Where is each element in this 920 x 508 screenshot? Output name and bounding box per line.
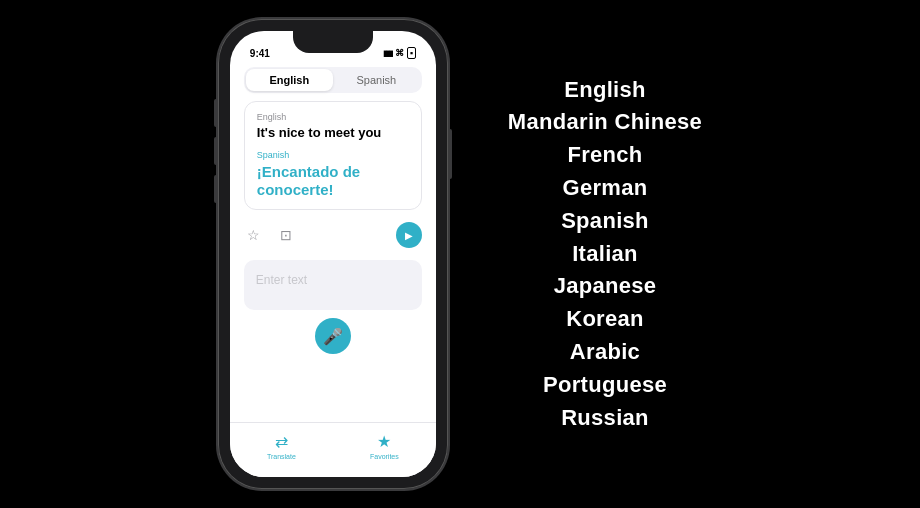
language-list-item: Portuguese <box>543 370 667 401</box>
language-list-item: German <box>563 173 648 204</box>
favorites-icon: ★ <box>377 432 391 451</box>
notch <box>293 31 373 53</box>
mic-container: 🎤 <box>230 318 436 354</box>
tab-favorites-label: Favorites <box>370 453 399 460</box>
target-translation-text: ¡Encantado de conocerte! <box>257 163 409 199</box>
source-translation-text: It's nice to meet you <box>257 125 409 140</box>
language-list-item: English <box>564 75 646 106</box>
power-button <box>449 129 452 179</box>
action-row: ☆ ⊡ ▶ <box>230 214 436 256</box>
language-list-item: Italian <box>572 239 638 270</box>
input-placeholder: Enter text <box>256 273 307 287</box>
favorite-button[interactable]: ☆ <box>244 225 264 245</box>
text-input-area[interactable]: Enter text <box>244 260 422 310</box>
battery-icon: ▪ <box>407 47 416 59</box>
tab-bar: ⇄ Translate ★ Favorites <box>230 422 436 477</box>
source-language-label: English <box>257 112 409 122</box>
source-language-button[interactable]: English <box>246 69 333 91</box>
mute-button <box>214 175 217 203</box>
scene: 9:41 ▮▮▮ ⌘ ▪ English Spanish English It'… <box>0 0 920 508</box>
tab-favorites[interactable]: ★ Favorites <box>370 432 399 460</box>
target-language-label: Spanish <box>257 150 409 160</box>
status-icons: ▮▮▮ ⌘ ▪ <box>383 47 416 59</box>
copy-button[interactable]: ⊡ <box>276 225 296 245</box>
language-list-item: Japanese <box>554 271 657 302</box>
language-list-item: Arabic <box>570 337 640 368</box>
translation-area: English It's nice to meet you Spanish ¡E… <box>244 101 422 210</box>
language-list-item: French <box>567 140 642 171</box>
status-time: 9:41 <box>250 48 270 59</box>
language-list-item: Spanish <box>561 206 649 237</box>
action-left-buttons: ☆ ⊡ <box>244 225 296 245</box>
translate-icon: ⇄ <box>275 432 288 451</box>
microphone-button[interactable]: 🎤 <box>315 318 351 354</box>
signal-icon: ▮▮▮ <box>383 49 392 58</box>
phone-mockup: 9:41 ▮▮▮ ⌘ ▪ English Spanish English It'… <box>218 19 448 489</box>
language-list: EnglishMandarin ChineseFrenchGermanSpani… <box>508 75 702 434</box>
phone-screen: 9:41 ▮▮▮ ⌘ ▪ English Spanish English It'… <box>230 31 436 477</box>
language-list-item: Russian <box>561 403 649 434</box>
language-selector: English Spanish <box>244 67 422 93</box>
volume-up-button <box>214 99 217 127</box>
language-list-item: Mandarin Chinese <box>508 107 702 138</box>
play-button[interactable]: ▶ <box>396 222 422 248</box>
tab-translate[interactable]: ⇄ Translate <box>267 432 296 460</box>
tab-translate-label: Translate <box>267 453 296 460</box>
language-list-item: Korean <box>566 304 644 335</box>
target-language-button[interactable]: Spanish <box>333 69 420 91</box>
volume-down-button <box>214 137 217 165</box>
wifi-icon: ⌘ <box>395 48 404 58</box>
